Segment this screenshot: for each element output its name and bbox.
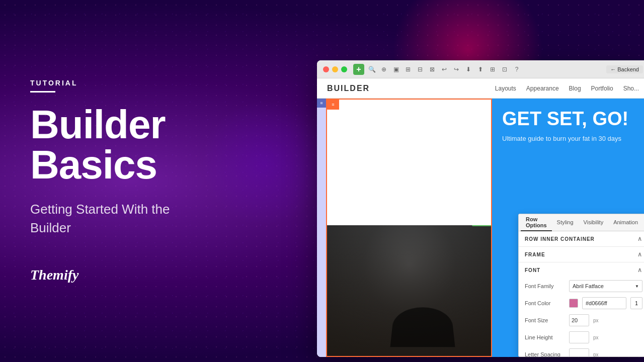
dropdown-arrow-icon: ▼ [635,284,639,289]
image-badge[interactable]: Image ✏ [472,225,491,226]
letter-spacing-field: Letter Spacing px [519,346,644,356]
traffic-light-yellow[interactable] [332,66,338,72]
browser-toolbar: + 🔍 ⊕ ▣ ⊞ ⊟ ⊠ ↩ ↪ ⬇ ⬆ ⊞ ⊡ ? ← Backend [353,64,643,75]
line-height-label: Line Height [525,334,565,340]
hero-subtext: Ultimate guide to burn your fat in 30 da… [502,135,639,142]
traffic-lights [323,66,347,72]
font-color-input[interactable]: #d0666ff [582,297,626,309]
panel-tabs: Row Options Styling Visibility Animation… [519,214,644,231]
themify-brand: Themify [30,267,297,283]
letter-spacing-label: Letter Spacing [525,351,565,356]
browser-window: + 🔍 ⊕ ▣ ⊞ ⊟ ⊠ ↩ ↪ ⬇ ⬆ ⊞ ⊡ ? ← Backend BU… [317,60,644,357]
nav-links: Layouts Appearance Blog Portfolio Sho... [495,85,639,92]
column-handle[interactable]: ≡ [327,100,339,110]
layout-icon-2[interactable]: ▣ [391,65,400,74]
traffic-light-red[interactable] [323,66,329,72]
tab-visibility[interactable]: Visibility [579,214,609,231]
left-panel: TUTORIAL Builder Basics Getting Started … [30,0,297,362]
backend-button[interactable]: ← Backend [606,65,643,73]
opacity-input[interactable]: 1 [630,297,642,309]
chevron-icon-frame: ∧ [637,251,642,258]
layout-icon-1[interactable]: ⊕ [379,65,388,74]
font-family-value: Abril Fatface [573,283,604,289]
nav-link-appearance[interactable]: Appearance [526,85,559,92]
section-font: FONT ∧ Font Family Abril Fatface ▼ [519,262,644,356]
canvas-right-column: GET SET, GO! Ultimate guide to burn your… [492,99,644,357]
grid-icon[interactable]: ⊞ [488,65,497,74]
main-title: Builder Basics [30,105,297,185]
tutorial-divider [30,91,55,93]
section-header-font[interactable]: FONT ∧ [519,262,644,278]
line-height-unit: px [593,335,599,340]
letter-spacing-unit: px [593,352,599,357]
add-element-button[interactable]: + [353,64,364,75]
hero-headline-text: GET SET, GO! [502,108,628,129]
subtitle: Getting Started With the Builder [30,200,201,237]
row-indicator: ≡ [317,99,326,357]
builder-canvas: ≡ ≡ Image ✏ [317,99,644,357]
builder-nav: BUILDER Layouts Appearance Blog Portfoli… [317,78,644,99]
panel-body: ROW INNER CONTAINER ∧ FRAME ∧ [519,231,644,356]
nav-link-blog[interactable]: Blog [569,85,581,92]
layout-icon-3[interactable]: ⊞ [404,65,413,74]
font-family-label: Font Family [525,283,565,289]
nav-link-layouts[interactable]: Layouts [495,85,516,92]
nav-link-shop[interactable]: Sho... [623,85,639,92]
help-icon[interactable]: ? [512,65,521,74]
font-size-field: Font Size 20 px [519,312,644,329]
chevron-icon-font: ∧ [637,266,642,274]
font-color-field: Font Color #d0666ff 1 [519,295,644,312]
title-line-1: Builder [30,102,166,147]
title-line-2: Basics [30,142,157,187]
section-header-frame[interactable]: FRAME ∧ [519,247,644,262]
fitness-image: Image ✏ [327,225,491,356]
section-title-row-inner: ROW INNER CONTAINER [525,236,595,242]
tab-styling[interactable]: Styling [552,214,579,231]
row-handle[interactable]: ≡ [317,99,326,108]
hero-headline: GET SET, GO! [502,109,639,130]
share-icon[interactable]: ⊡ [500,65,509,74]
redo-icon[interactable]: ↪ [452,65,461,74]
line-height-field: Line Height px [519,329,644,346]
line-height-input[interactable] [569,331,589,343]
canvas-left-column: ≡ Image ✏ [326,99,492,357]
options-panel: Row Options Styling Visibility Animation… [518,214,644,357]
chevron-icon-row-inner: ∧ [637,235,642,242]
font-family-select[interactable]: Abril Fatface ▼ [569,280,642,292]
canvas-content: ≡ Image ✏ GET S [326,99,644,357]
canvas-white-space [327,100,491,230]
font-size-unit: px [593,318,599,323]
font-size-input[interactable]: 20 [569,314,589,326]
builder-brand: BUILDER [327,84,495,93]
letter-spacing-input[interactable] [569,348,589,356]
zoom-icon[interactable]: 🔍 [367,65,376,74]
browser-chrome: + 🔍 ⊕ ▣ ⊞ ⊟ ⊠ ↩ ↪ ⬇ ⬆ ⊞ ⊡ ? ← Backend [317,60,644,78]
layout-icon-4[interactable]: ⊟ [416,65,425,74]
font-size-label: Font Size [525,317,565,323]
section-title-font: FONT [525,267,540,273]
tutorial-label: TUTORIAL [30,79,297,87]
section-row-inner-container: ROW INNER CONTAINER ∧ [519,231,644,247]
font-family-field: Font Family Abril Fatface ▼ [519,278,644,295]
tab-animation[interactable]: Animation [608,214,643,231]
upload-icon[interactable]: ⬆ [476,65,485,74]
tab-row-options[interactable]: Row Options [521,214,552,231]
font-color-swatch[interactable] [569,299,578,308]
download-icon[interactable]: ⬇ [464,65,473,74]
font-color-label: Font Color [525,300,565,306]
layout-icon-5[interactable]: ⊠ [428,65,437,74]
section-header-row-inner[interactable]: ROW INNER CONTAINER ∧ [519,231,644,246]
section-title-frame: FRAME [525,252,545,257]
undo-icon[interactable]: ↩ [440,65,449,74]
nav-link-portfolio[interactable]: Portfolio [591,85,613,92]
section-frame: FRAME ∧ [519,247,644,262]
traffic-light-green[interactable] [341,66,347,72]
